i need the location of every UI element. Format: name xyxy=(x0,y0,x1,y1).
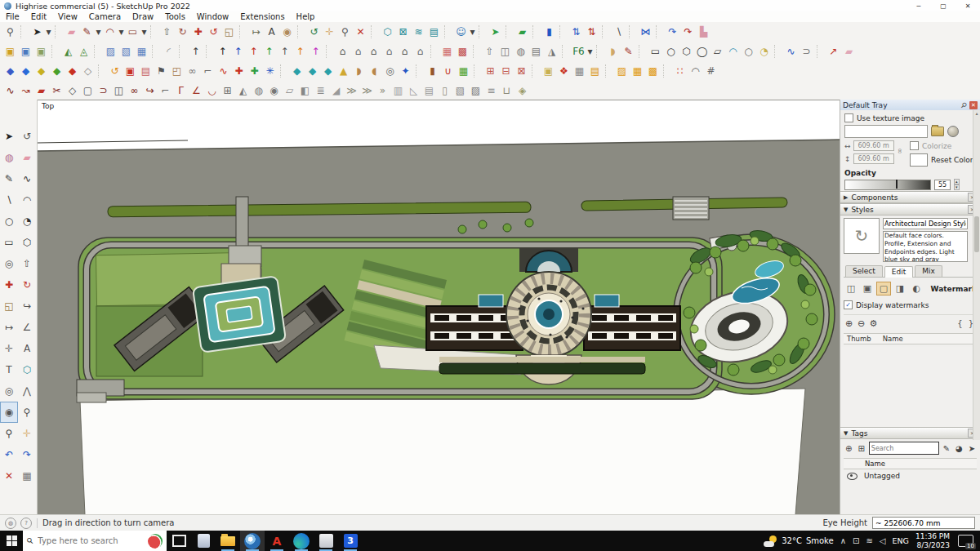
search-highlight-icon[interactable] xyxy=(148,534,163,549)
wall-tool-icon[interactable]: ⌂ xyxy=(350,43,366,60)
minimize-button[interactable]: ─ xyxy=(906,0,931,11)
fold-plane-icon[interactable]: ▱ xyxy=(282,82,297,100)
sandbox-from-contours-icon[interactable]: ◭ xyxy=(60,43,76,60)
rectangle-icon[interactable]: ▭ xyxy=(0,232,18,253)
bezier-edit-icon[interactable]: ∿ xyxy=(2,82,18,100)
pie-on-surface-icon[interactable]: ◔ xyxy=(756,43,772,60)
max-app-icon[interactable]: 3 xyxy=(338,531,363,551)
wire-cube-icon[interactable]: ◫ xyxy=(111,82,127,100)
add-tag-icon[interactable]: ⊕ xyxy=(844,443,853,454)
layer-plane-yellow-icon[interactable]: ◆ xyxy=(33,63,49,80)
water-drop-icon[interactable]: ◆ xyxy=(289,63,305,80)
zoom-window-icon[interactable]: ⚲ xyxy=(2,24,18,41)
calculator-icon[interactable] xyxy=(191,531,216,551)
mesh-red-icon[interactable]: ▩ xyxy=(455,43,470,60)
parallelogram-on-surface-icon[interactable]: ▱ xyxy=(710,43,725,60)
account-icon[interactable]: ☺ xyxy=(453,24,469,41)
board-orange-icon[interactable]: ▤ xyxy=(587,63,603,80)
network-icon[interactable]: ≋ xyxy=(866,536,872,545)
polygon-on-surface-icon[interactable]: ⬡ xyxy=(679,43,694,60)
push-pull-tool-icon[interactable]: ⇧ xyxy=(159,24,175,41)
previous-view-icon[interactable]: ↶ xyxy=(0,444,18,465)
ellipse-on-surface-icon[interactable]: ◯ xyxy=(694,43,710,60)
watermark-list[interactable] xyxy=(840,347,980,427)
visibility-eye-icon[interactable] xyxy=(847,473,858,480)
arc-tool-icon[interactable]: ◠ xyxy=(102,24,118,41)
compass-blue-icon[interactable]: ✦ xyxy=(398,63,413,80)
zoom-window-icon[interactable]: ⚲ xyxy=(0,423,18,444)
arc-points-icon[interactable]: ◠ xyxy=(688,63,703,80)
opacity-spinner[interactable]: ▴▾ xyxy=(954,179,960,190)
move-watermark-up-icon[interactable]: { xyxy=(957,319,962,328)
loop-tool-2-icon[interactable]: ◖ xyxy=(367,63,382,80)
tab-select[interactable]: Select xyxy=(845,265,883,277)
circle-on-surface-icon[interactable]: ○ xyxy=(663,43,679,60)
tab-edit[interactable]: Edit xyxy=(884,266,913,278)
tags-section-header[interactable]: ▼ Tags ✕ xyxy=(840,427,980,439)
plugin-line-icon[interactable]: ∖ xyxy=(611,24,626,41)
circle2-on-surface-icon[interactable]: ○ xyxy=(741,43,756,60)
puzzle-green-icon[interactable]: ▦ xyxy=(456,63,471,80)
angle-tool-icon[interactable]: ∠ xyxy=(189,82,204,100)
text-3d-icon[interactable]: T xyxy=(0,359,18,380)
split-tool-icon[interactable]: ✂ xyxy=(49,82,65,100)
polyline-on-surface-icon[interactable]: ∿ xyxy=(783,43,799,60)
bend-arrow-icon[interactable]: ↪ xyxy=(142,82,158,100)
line-tool-icon[interactable]: ✎ xyxy=(79,24,95,41)
search-input[interactable] xyxy=(36,535,131,546)
edit-pencil-icon[interactable]: ✎ xyxy=(942,443,951,454)
chevron-up-icon[interactable]: ∧ xyxy=(840,536,846,545)
freehand-on-surface-icon[interactable]: ⊃ xyxy=(799,43,814,60)
knot-tool-icon[interactable]: ∞ xyxy=(127,82,142,100)
roller-icon[interactable]: ▥ xyxy=(390,82,406,100)
paint-dab-icon[interactable]: ▰ xyxy=(33,82,49,100)
copy-rotate-icon[interactable]: ⊟ xyxy=(498,63,514,80)
flag-tool-icon[interactable]: ⚑ xyxy=(154,63,169,80)
zoom-icon[interactable]: ⚲ xyxy=(18,402,36,423)
polygon-icon[interactable]: ⬡ xyxy=(18,232,36,253)
push-pull-icon[interactable]: ⇧ xyxy=(18,253,36,274)
aspect-lock-icon[interactable]: ∞ xyxy=(895,148,903,154)
hatch-light-icon[interactable]: ▨ xyxy=(614,63,630,80)
watermark-settings-gear-icon[interactable]: ⚙ xyxy=(868,318,879,329)
photo-match-icon[interactable]: ▦ xyxy=(18,465,36,487)
plugin-wall-icon[interactable]: ▙ xyxy=(696,24,711,41)
axes-icon[interactable]: ✛ xyxy=(0,338,18,359)
geolocation-icon[interactable]: ◍ xyxy=(5,518,16,529)
plugin-arrows-updown-blue-icon[interactable]: ⇅ xyxy=(568,24,584,41)
outline-box-icon[interactable]: ▢ xyxy=(80,82,96,100)
texture-width-value[interactable]: 609.60 m xyxy=(853,140,894,151)
drum-tool-icon[interactable]: ◍ xyxy=(251,82,266,100)
ramp-icon[interactable]: ◺ xyxy=(406,82,421,100)
hatch-grid-icon[interactable]: ▦ xyxy=(630,63,645,80)
corner-gamma-icon[interactable]: Γ xyxy=(173,82,189,100)
material-preview-icon[interactable] xyxy=(947,126,959,137)
shutter-icon[interactable]: ▧ xyxy=(452,82,468,100)
pencil-icon[interactable]: ✎ xyxy=(0,168,18,189)
rect-on-surface-icon[interactable]: ▭ xyxy=(648,43,663,60)
tag-search-input[interactable] xyxy=(869,442,939,455)
display-section-planes-icon[interactable]: ⊠ xyxy=(395,24,411,41)
ring-tool-icon[interactable]: ◎ xyxy=(382,63,398,80)
add-tag-folder-icon[interactable]: ⊞ xyxy=(856,443,866,454)
scale-icon[interactable]: ◱ xyxy=(0,295,18,317)
style-thumbnail[interactable]: ↻ xyxy=(844,218,880,254)
color-swatch[interactable] xyxy=(910,153,928,167)
zoom-extents-icon[interactable]: ✕ xyxy=(0,465,18,487)
eye-height-input[interactable] xyxy=(872,517,975,529)
add-detail-icon[interactable]: ▦ xyxy=(134,43,149,60)
door-panel-icon[interactable]: ◧ xyxy=(297,82,313,100)
flower-grid-icon[interactable]: ❖ xyxy=(556,63,572,80)
face-settings-icon[interactable]: ▣ xyxy=(860,282,875,295)
clock[interactable]: 11:36 PM 8/3/2023 xyxy=(915,532,950,550)
next-view-icon[interactable]: ↷ xyxy=(18,444,36,465)
lathe-tool-icon[interactable]: ◍ xyxy=(513,43,528,60)
pyramid-tool-icon[interactable]: ◮ xyxy=(544,43,559,60)
gem-icon[interactable]: ◈ xyxy=(514,82,530,100)
scrollbar-thumb[interactable] xyxy=(974,216,979,252)
follow-me-icon[interactable]: ↪ xyxy=(18,295,36,317)
notes-app-icon[interactable] xyxy=(314,531,338,551)
arc-dropdown-icon[interactable]: ▾ xyxy=(118,24,125,41)
texture-height-value[interactable]: 609.60 m xyxy=(853,153,894,164)
account-dropdown-icon[interactable]: ▾ xyxy=(469,24,476,41)
